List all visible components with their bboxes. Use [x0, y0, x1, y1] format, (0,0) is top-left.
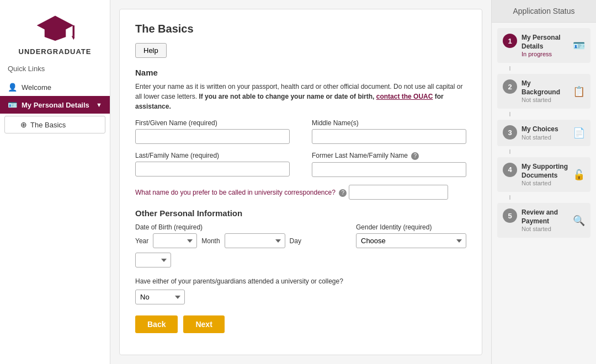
svg-marker-3 [71, 36, 74, 40]
chevron-down-icon: ▼ [96, 101, 102, 108]
day-label: Day [290, 237, 301, 245]
ouac-link[interactable]: contact the OUAC [376, 93, 433, 100]
first-name-input[interactable] [135, 129, 290, 144]
step-circle-2: 2 [503, 79, 517, 94]
step-name-5: Review and Payment [522, 208, 568, 226]
sidebar-item-welcome[interactable]: 👤 Welcome [0, 78, 110, 96]
step-circle-3: 3 [503, 125, 517, 140]
step-info-1: My Personal Details In progress [522, 34, 568, 57]
sidebar-item-basics-label: The Basics [30, 121, 66, 129]
preferred-name-label: What name do you prefer to be called in … [135, 189, 349, 196]
middle-name-label: Middle Name(s) [312, 119, 466, 127]
step-status-2: Not started [522, 97, 568, 103]
step-circle-1: 1 [503, 34, 517, 48]
year-label: Year [135, 237, 148, 245]
step-info-2: My Background Not started [522, 79, 568, 103]
the-basics-icon: ⊕ [20, 120, 27, 129]
dob-gender-row: Date of Birth (required) Year Month Day [135, 223, 466, 267]
first-name-group: First/Given Name (required) [135, 119, 290, 144]
question-icon: ? [411, 152, 419, 160]
step-status-1: In progress [522, 51, 568, 57]
former-last-name-input[interactable] [312, 162, 466, 177]
step-info-4: My Supporting Documents Not started [522, 163, 568, 186]
quick-links-label: Quick Links [0, 65, 45, 73]
step-icon-4: 🔓 [573, 169, 585, 181]
dob-fields: Year Month Day [135, 233, 334, 267]
step-circle-5: 5 [503, 208, 517, 223]
year-select[interactable] [153, 233, 197, 248]
sidebar-item-personal-details[interactable]: 🪪 My Personal Details ▼ [0, 96, 110, 114]
help-button[interactable]: Help [135, 43, 167, 58]
gender-label: Gender Identity (required) [356, 223, 466, 231]
step-info-5: Review and Payment Not started [522, 208, 568, 232]
step-icon-3: 📄 [573, 127, 585, 139]
step-1: 1 My Personal Details In progress 🪪 [497, 28, 590, 63]
page-title: The Basics [135, 23, 466, 35]
sidebar: UNDERGRADUATE Quick Links 👤 Welcome 🪪 My… [0, 0, 110, 364]
step-name-3: My Choices [522, 125, 568, 134]
former-last-name-label: Former Last Name/Family Name ? [312, 152, 466, 160]
step-3: 3 My Choices Not started 📄 [497, 120, 590, 146]
step-circle-4: 4 [503, 163, 517, 177]
next-button[interactable]: Next [183, 315, 224, 333]
content-card: The Basics Help Name Enter your name as … [119, 9, 482, 355]
step-status-3: Not started [522, 134, 568, 141]
main-content: The Basics Help Name Enter your name as … [110, 0, 491, 364]
preferred-name-question-icon: ? [339, 189, 347, 197]
day-select[interactable] [135, 253, 171, 267]
middle-name-group: Middle Name(s) [312, 119, 466, 144]
parents-select[interactable]: No [135, 290, 185, 304]
personal-details-icon: 🪪 [8, 100, 17, 109]
gender-select[interactable]: Choose [356, 233, 466, 248]
step-info-3: My Choices Not started [522, 125, 568, 141]
name-section-title: Name [135, 68, 466, 77]
first-name-label: First/Given Name (required) [135, 119, 290, 127]
step-name-4: My Supporting Documents [522, 163, 568, 180]
application-status-header: Application Status [492, 0, 596, 23]
right-panel: Application Status 1 My Personal Details… [491, 0, 596, 364]
sidebar-item-welcome-label: Welcome [22, 83, 51, 92]
month-select[interactable] [225, 233, 285, 248]
step-icon-5: 🔍 [573, 215, 585, 227]
step-status-5: Not started [522, 226, 568, 232]
sidebar-item-personal-label: My Personal Details [22, 101, 89, 109]
step-icon-1: 🪪 [573, 40, 585, 52]
former-last-name-group: Former Last Name/Family Name ? [312, 152, 466, 177]
gender-group: Gender Identity (required) Choose [356, 223, 466, 248]
back-button[interactable]: Back [135, 315, 178, 333]
sidebar-item-the-basics[interactable]: ⊕ The Basics [4, 116, 105, 133]
step-name-1: My Personal Details [522, 34, 568, 51]
preferred-name-group: What name do you prefer to be called in … [135, 185, 466, 200]
last-name-label: Last/Family Name (required) [135, 152, 290, 159]
last-name-input[interactable] [135, 162, 290, 176]
step-4: 4 My Supporting Documents Not started 🔓 [497, 157, 590, 192]
graduation-cap-icon [36, 11, 74, 44]
logo-area: UNDERGRADUATE [19, 11, 92, 56]
middle-name-input[interactable] [312, 129, 466, 144]
name-row-2: Last/Family Name (required) Former Last … [135, 152, 466, 177]
name-row-1: First/Given Name (required) Middle Name(… [135, 119, 466, 144]
connector-3 [509, 149, 510, 154]
svg-marker-0 [36, 16, 73, 35]
welcome-icon: 👤 [8, 83, 17, 92]
parents-question: Have either of your parents/guardians at… [135, 276, 466, 286]
month-label: Month [201, 237, 220, 245]
status-steps: 1 My Personal Details In progress 🪪 2 My… [492, 23, 596, 364]
preferred-name-input[interactable] [349, 185, 448, 200]
step-status-4: Not started [522, 180, 568, 186]
instruction-text: Enter your name as it is written on your… [135, 82, 466, 111]
connector-2 [509, 112, 510, 116]
sidebar-app-title: UNDERGRADUATE [19, 47, 92, 56]
step-icon-2: 📋 [573, 85, 585, 98]
connector-1 [509, 66, 510, 71]
other-info-title: Other Personal Information [135, 208, 466, 218]
dob-group: Date of Birth (required) Year Month Day [135, 223, 334, 267]
connector-4 [509, 195, 510, 200]
step-name-2: My Background [522, 79, 568, 97]
sidebar-nav: 👤 Welcome 🪪 My Personal Details ▼ ⊕ The … [0, 78, 110, 136]
step-2: 2 My Background Not started 📋 [497, 74, 590, 109]
step-5: 5 Review and Payment Not started 🔍 [497, 203, 590, 238]
bottom-buttons: Back Next [135, 315, 466, 333]
dob-label: Date of Birth (required) [135, 223, 334, 231]
last-name-group: Last/Family Name (required) [135, 152, 290, 177]
